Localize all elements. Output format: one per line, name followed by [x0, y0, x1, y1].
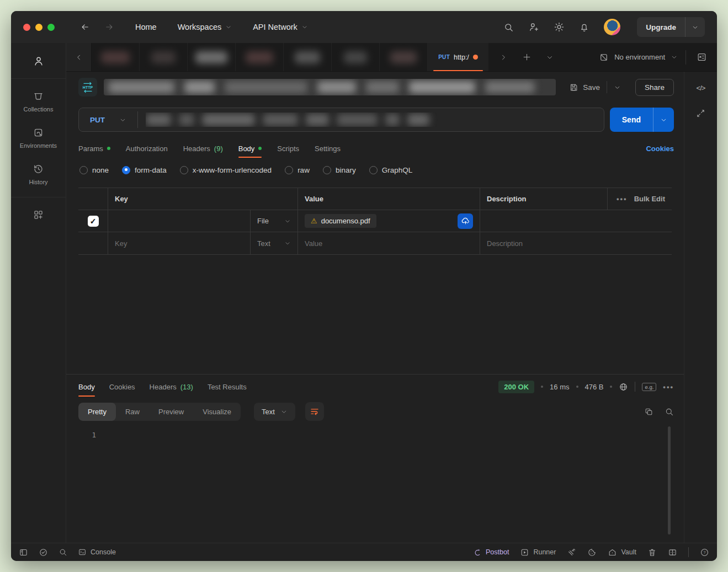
- new-tab-plus-icon[interactable]: [517, 48, 536, 67]
- sidebar-add-more-icon[interactable]: [11, 202, 66, 228]
- postbot-button[interactable]: Postbot: [472, 548, 509, 557]
- upgrade-dropdown-chevron-icon[interactable]: [685, 17, 705, 37]
- tab-scripts[interactable]: Scripts: [277, 137, 299, 160]
- minimize-window-button[interactable]: [35, 24, 42, 31]
- nav-home[interactable]: Home: [135, 23, 157, 31]
- type-select-file[interactable]: File: [251, 210, 298, 232]
- save-options-chevron-icon[interactable]: [607, 81, 628, 93]
- response-tab-body[interactable]: Body: [78, 375, 95, 399]
- user-profile-icon[interactable]: [33, 51, 45, 74]
- redacted-tab[interactable]: [92, 43, 140, 71]
- share-button[interactable]: Share: [635, 79, 674, 96]
- redacted-tab[interactable]: [380, 43, 428, 71]
- capture-requests-icon[interactable]: [567, 548, 576, 557]
- copy-response-icon[interactable]: [644, 407, 653, 416]
- cookies-link[interactable]: Cookies: [646, 145, 674, 153]
- vault-button[interactable]: Vault: [608, 548, 636, 557]
- environment-quick-look-icon[interactable]: [686, 43, 717, 71]
- type-select-text[interactable]: Text: [251, 232, 298, 254]
- sidebar-item-history[interactable]: History: [11, 156, 66, 193]
- network-globe-icon[interactable]: [619, 382, 628, 392]
- nav-workspaces[interactable]: Workspaces: [178, 23, 232, 31]
- response-tab-cookies[interactable]: Cookies: [109, 375, 135, 399]
- tab-options-chevron-icon[interactable]: [540, 48, 559, 67]
- save-as-example-icon[interactable]: e.g.: [642, 383, 656, 391]
- description-cell[interactable]: [480, 232, 672, 254]
- search-icon[interactable]: [503, 22, 514, 33]
- tab-body[interactable]: Body: [238, 137, 262, 160]
- redacted-request-url[interactable]: [146, 113, 596, 127]
- forward-arrow-icon[interactable]: [104, 22, 114, 32]
- value-cell[interactable]: [298, 232, 480, 254]
- method-selector[interactable]: PUT: [79, 116, 137, 124]
- sidebar-item-environments[interactable]: Environments: [11, 120, 66, 156]
- key-input[interactable]: [115, 217, 243, 225]
- console-button[interactable]: Console: [78, 548, 116, 557]
- upload-file-button[interactable]: [458, 213, 473, 229]
- save-button[interactable]: Save: [562, 83, 607, 92]
- description-cell[interactable]: [480, 210, 672, 232]
- value-input[interactable]: [305, 239, 473, 248]
- redacted-tab[interactable]: [140, 43, 188, 71]
- response-options-icon[interactable]: •••: [663, 383, 674, 391]
- expand-pane-icon[interactable]: [696, 109, 705, 118]
- view-preview[interactable]: Preview: [149, 403, 193, 421]
- key-cell[interactable]: [108, 232, 251, 254]
- description-input[interactable]: [487, 239, 665, 248]
- selected-file-chip[interactable]: ⚠ documenso.pdf: [305, 214, 376, 228]
- format-select[interactable]: Text: [254, 403, 295, 421]
- radio-form-data[interactable]: form-data: [122, 166, 167, 174]
- radio-x-www-form-urlencoded[interactable]: x-www-form-urlencoded: [180, 166, 272, 174]
- settings-gear-icon[interactable]: [554, 22, 565, 33]
- redacted-tab[interactable]: [284, 43, 332, 71]
- response-size[interactable]: 476 B: [585, 383, 604, 391]
- cookies-icon[interactable]: [587, 548, 597, 557]
- find-icon[interactable]: [59, 548, 67, 557]
- view-visualize[interactable]: Visualize: [193, 403, 241, 421]
- status-check-icon[interactable]: [39, 548, 48, 557]
- view-pretty[interactable]: Pretty: [78, 403, 116, 421]
- tab-params[interactable]: Params: [78, 137, 110, 160]
- column-options-icon[interactable]: •••: [617, 195, 628, 203]
- environment-selector[interactable]: No environment: [591, 43, 686, 71]
- view-raw[interactable]: Raw: [116, 403, 149, 421]
- toggle-sidebar-icon[interactable]: [19, 548, 28, 557]
- key-input[interactable]: [115, 239, 243, 248]
- radio-raw[interactable]: raw: [285, 166, 310, 174]
- key-cell[interactable]: [108, 210, 251, 232]
- tabs-scroll-left-icon[interactable]: [66, 43, 92, 71]
- back-arrow-icon[interactable]: [80, 22, 90, 32]
- zoom-window-button[interactable]: [47, 24, 55, 31]
- code-snippet-icon[interactable]: </>: [697, 84, 705, 92]
- help-icon[interactable]: ?: [700, 548, 709, 557]
- bulk-edit-button[interactable]: Bulk Edit: [634, 195, 665, 203]
- invite-user-icon[interactable]: [528, 22, 539, 33]
- response-tab-headers[interactable]: Headers(13): [150, 375, 193, 399]
- tab-authorization[interactable]: Authorization: [126, 137, 168, 160]
- notifications-bell-icon[interactable]: [579, 22, 589, 33]
- tabs-scroll-right-icon[interactable]: [494, 48, 513, 67]
- tab-headers[interactable]: Headers(9): [183, 137, 223, 160]
- radio-binary[interactable]: binary: [323, 166, 356, 174]
- runner-button[interactable]: Runner: [520, 548, 556, 557]
- redacted-tab[interactable]: [332, 43, 380, 71]
- redacted-tab[interactable]: [236, 43, 284, 71]
- response-tab-test-results[interactable]: Test Results: [208, 375, 247, 399]
- response-time[interactable]: 16 ms: [550, 383, 569, 391]
- vertical-scrollbar[interactable]: [668, 426, 671, 534]
- redacted-request-name[interactable]: [104, 79, 556, 95]
- upgrade-button[interactable]: Upgrade: [637, 17, 685, 37]
- two-pane-layout-icon[interactable]: [668, 548, 677, 557]
- send-button[interactable]: Send: [610, 108, 653, 132]
- close-window-button[interactable]: [23, 24, 30, 31]
- response-body-editor[interactable]: 1: [66, 424, 684, 543]
- status-badge[interactable]: 200 OK: [498, 381, 534, 393]
- tab-settings[interactable]: Settings: [315, 137, 341, 160]
- nav-api-network[interactable]: API Network: [253, 23, 308, 31]
- sidebar-item-collections[interactable]: Collections: [11, 83, 66, 120]
- word-wrap-icon[interactable]: [305, 402, 324, 421]
- radio-none[interactable]: none: [79, 166, 109, 174]
- redacted-tab[interactable]: [188, 43, 236, 71]
- trash-icon[interactable]: [647, 548, 657, 557]
- search-response-icon[interactable]: [665, 407, 674, 416]
